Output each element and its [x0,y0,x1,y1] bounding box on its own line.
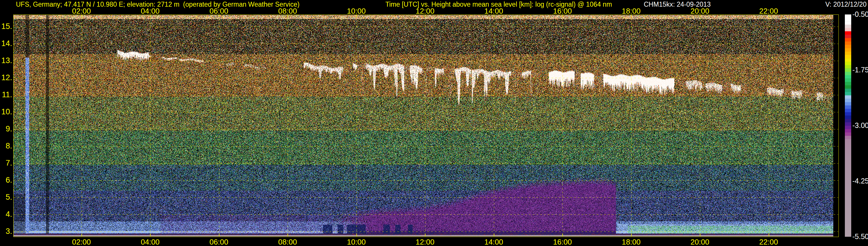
time-tick-label: 06:00 [205,238,234,246]
colorbar-tick-label: -4.25 [852,177,868,185]
height-tick-label: 3. [0,227,12,236]
height-tick-label: 5. [0,193,12,202]
time-tick-label: 04:00 [136,238,165,246]
time-tick-label: 22:00 [754,238,783,246]
height-tick-label: 13. [0,56,12,65]
time-tick-label: 16:00 [548,238,577,246]
height-tick-label: 11. [0,90,12,99]
time-tick-label: 20:00 [685,238,714,246]
colorbar-tick-label: -1.75 [852,66,868,74]
height-tick-label: 6. [0,176,12,185]
time-tick-label: 14:00 [479,238,508,246]
time-tick-label: 18:00 [617,238,646,246]
time-tick-label: 10:00 [342,238,371,246]
time-tick-label: 02:00 [67,238,96,246]
height-tick-label: 12. [0,73,12,82]
colorbar-tick-label: -0.50 [852,10,868,19]
height-tick-label: 8. [0,142,12,151]
height-tick-label: 14. [0,39,12,48]
colorbar-tick-label: -3.00 [852,121,868,130]
colorbar-tick-label: -5.50 [852,233,868,241]
backscatter-heatmap [13,15,838,237]
height-tick-label: 7. [0,159,12,167]
ceilometer-quicklook-screen: { "header": { "station": "UFS, Germany; … [0,0,868,246]
time-tick-label: 12:00 [410,238,439,246]
height-tick-label: 15. [0,22,12,31]
colorbar [845,14,851,237]
height-tick-label: 10. [0,107,12,116]
height-tick-label: 4. [0,210,12,219]
plot-frame [13,14,839,237]
software-version: V: 2012/12/20 [826,1,867,8]
height-tick-label: 9. [0,124,12,133]
time-tick-label: 08:00 [273,238,302,246]
